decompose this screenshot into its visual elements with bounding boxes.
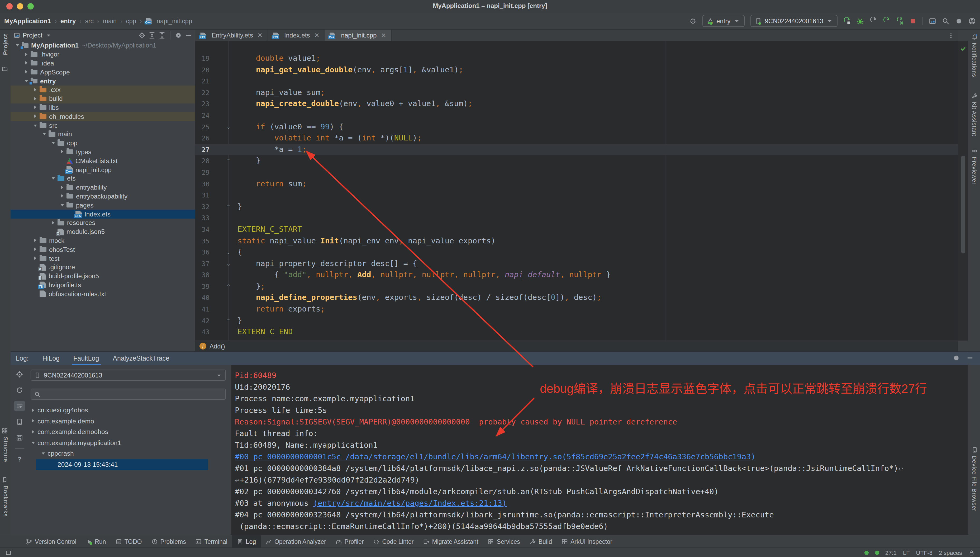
- tree-item-.hvigor[interactable]: .hvigor: [11, 50, 195, 59]
- chevron-down-icon[interactable]: [41, 451, 46, 457]
- fold-marker-icon[interactable]: ⌄: [223, 247, 234, 258]
- refresh-button[interactable]: [14, 385, 25, 396]
- hide-button[interactable]: [185, 32, 192, 39]
- chevron-right-icon[interactable]: [50, 220, 57, 226]
- tree-item-.gitignore[interactable]: ⊘.gitignore: [11, 263, 195, 272]
- locate-button[interactable]: [14, 369, 25, 379]
- chevron-right-icon[interactable]: [31, 429, 36, 435]
- code-line-25[interactable]: 25⌄ if (value0 == 99) {: [195, 121, 958, 132]
- code-line-20[interactable]: 20 napi_get_value_double(env, args[1], &…: [195, 64, 958, 75]
- inspections-ok-icon[interactable]: [960, 44, 966, 54]
- tree-item-hvigorfile.ts[interactable]: TShvigorfile.ts: [11, 281, 195, 290]
- device-button[interactable]: [14, 417, 25, 427]
- tree-item-CMakeLists.txt[interactable]: CMakeLists.txt: [11, 156, 195, 166]
- chevron-right-icon[interactable]: [33, 114, 39, 120]
- code-line-36[interactable]: 36⌄{: [195, 247, 958, 258]
- fold-marker-icon[interactable]: ⌄: [223, 121, 234, 132]
- close-tab-icon[interactable]: ✕: [314, 32, 319, 39]
- tree-item-napi_init.cpp[interactable]: C++napi_init.cpp: [11, 165, 195, 174]
- rightstrip-Notifications[interactable]: Notifications: [969, 34, 980, 77]
- tree-item-pages[interactable]: pages: [11, 201, 195, 210]
- code-line-23[interactable]: 23 napi_create_double(env, value0 + valu…: [195, 98, 958, 110]
- fold-marker-icon[interactable]: ⌄: [223, 258, 234, 269]
- breadcrumb-item[interactable]: cpp: [126, 17, 136, 24]
- chevron-down-icon[interactable]: [42, 132, 47, 137]
- project-panel-title[interactable]: Project: [23, 32, 42, 39]
- code-line-38[interactable]: 38 { "add", nullptr, Add, nullptr, nullp…: [195, 270, 958, 281]
- code-line-19[interactable]: 19 double value1;: [195, 53, 958, 64]
- tool-windows-button[interactable]: [929, 17, 936, 24]
- close-tab-icon[interactable]: ✕: [257, 32, 263, 39]
- faultlog-item-com.example.demoohos[interactable]: com.example.demoohos: [29, 427, 231, 437]
- lock-icon[interactable]: [969, 549, 975, 556]
- tree-item-main[interactable]: main: [11, 130, 195, 139]
- code-line-30[interactable]: 30 return sum;: [195, 178, 958, 189]
- tree-item-.cxx[interactable]: .cxx: [11, 86, 195, 94]
- editor-breadcrumb-function[interactable]: Add(): [210, 342, 225, 350]
- rightstrip-Device-File-Browser[interactable]: Device File Browser: [969, 447, 980, 511]
- chevron-down-icon[interactable]: [31, 440, 36, 446]
- tree-item-entryability[interactable]: entryability: [11, 183, 195, 192]
- log-hide-icon[interactable]: [966, 354, 973, 362]
- chevron-right-icon[interactable]: [24, 69, 29, 75]
- tool-strip-bookmarks-button[interactable]: Bookmarks: [3, 486, 9, 519]
- fold-marker-icon[interactable]: ⌃: [223, 201, 234, 212]
- tree-item-ohosTest[interactable]: ohosTest: [11, 245, 195, 254]
- code-line-32[interactable]: 32⌃}: [195, 201, 958, 212]
- code-line-34[interactable]: 34EXTERN_C_START: [195, 224, 958, 235]
- chevron-down-icon[interactable]: [15, 43, 21, 49]
- bookmarks-icon[interactable]: [2, 476, 8, 485]
- breadcrumb-item[interactable]: MyApplication1: [4, 17, 51, 24]
- chevron-right-icon[interactable]: [60, 194, 65, 199]
- locate-button[interactable]: [138, 32, 146, 39]
- bottombar-Operation-Analyzer[interactable]: Operation Analyzer: [261, 535, 331, 547]
- bottombar-Version-Control[interactable]: Version Control: [21, 535, 81, 547]
- code-line-29[interactable]: 29: [195, 167, 958, 178]
- stop-all-button[interactable]: [896, 17, 904, 24]
- fold-marker-icon[interactable]: ⌃: [223, 315, 234, 326]
- editor-scrollbar[interactable]: [961, 156, 965, 253]
- log-device-selector[interactable]: 9CN0224402001613: [31, 370, 226, 381]
- file-encoding[interactable]: UTF-8: [916, 549, 933, 556]
- debug-button[interactable]: [856, 17, 864, 24]
- device-selector[interactable]: 9CN0224402001613: [751, 15, 837, 27]
- bottombar-Log[interactable]: Log: [232, 535, 261, 547]
- tab-options-button[interactable]: [947, 29, 958, 41]
- chevron-right-icon[interactable]: [60, 149, 65, 155]
- chevron-right-icon[interactable]: [33, 105, 39, 111]
- code-line-40[interactable]: 40 napi_define_properties(env, exports, …: [195, 292, 958, 304]
- log-tab-AnalyzeStackTrace[interactable]: AnalyzeStackTrace: [113, 351, 169, 365]
- tree-item-build[interactable]: build: [11, 94, 195, 103]
- bottombar-Services[interactable]: Services: [483, 535, 525, 547]
- code-line-37[interactable]: 37⌄ napi_property_descriptor desc[] = {: [195, 258, 958, 269]
- tree-item-module.json5[interactable]: {}module.json5: [11, 227, 195, 236]
- tab-EntryAbility.ets[interactable]: ETSEntryAbility.ets✕: [195, 29, 268, 41]
- tree-item-entrybackupability[interactable]: entrybackupability: [11, 192, 195, 201]
- chevron-right-icon[interactable]: [33, 96, 39, 102]
- settings-button[interactable]: [175, 32, 182, 39]
- window-icon[interactable]: [5, 549, 11, 556]
- code-line-27[interactable]: 27 *a = 1;: [195, 144, 958, 155]
- faultlog-item-cppcrash[interactable]: cppcrash: [29, 448, 231, 459]
- log-tab-FaultLog[interactable]: FaultLog: [73, 351, 99, 365]
- tree-item-obfuscation-rules.txt[interactable]: obfuscation-rules.txt: [11, 290, 195, 298]
- bottombar-Problems[interactable]: Problems: [147, 535, 191, 547]
- fold-marker-icon[interactable]: ⌃: [223, 281, 234, 292]
- tree-item-src[interactable]: src: [11, 121, 195, 130]
- rightstrip-Previewer[interactable]: Previewer: [969, 148, 980, 184]
- code-line-43[interactable]: 43EXTERN_C_END: [195, 327, 958, 338]
- chevron-right-icon[interactable]: [60, 184, 65, 191]
- settings-button[interactable]: [955, 17, 962, 24]
- code-editor[interactable]: 19 double value1;20 napi_get_value_doubl…: [195, 41, 958, 340]
- code-line-22[interactable]: 22 napi_value sum;: [195, 87, 958, 98]
- bottombar-Profiler[interactable]: Profiler: [331, 535, 369, 547]
- bottombar-ArkUI-Inspector[interactable]: ArkUI Inspector: [557, 535, 617, 547]
- code-line-31[interactable]: 31: [195, 189, 958, 201]
- tree-item-resources[interactable]: resources: [11, 218, 195, 228]
- chevron-right-icon[interactable]: [33, 247, 39, 252]
- project-folder-icon[interactable]: [2, 64, 8, 74]
- chevron-right-icon[interactable]: [24, 60, 29, 66]
- bottombar-TODO[interactable]: TODO: [111, 535, 146, 547]
- fold-marker-icon[interactable]: ⌃: [223, 155, 234, 167]
- soft-wrap-button[interactable]: [14, 401, 25, 411]
